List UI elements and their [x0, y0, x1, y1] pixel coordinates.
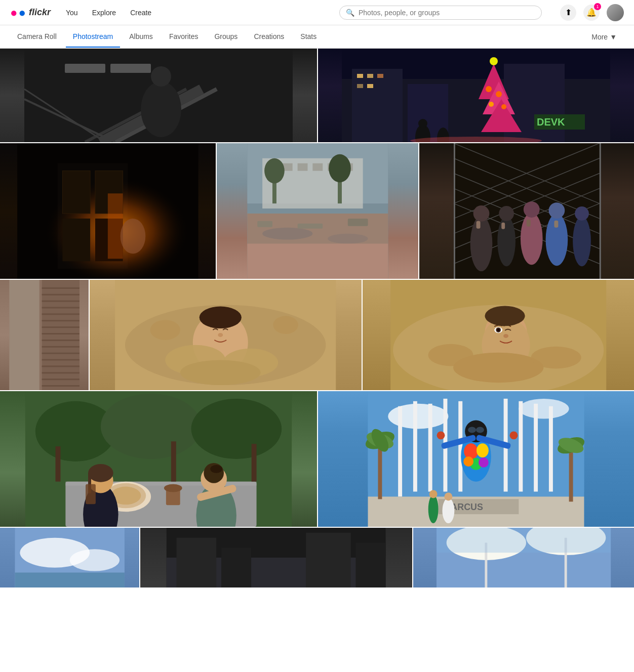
svg-point-133: [531, 347, 581, 369]
subnav-camera-roll[interactable]: Camera Roll: [10, 26, 64, 48]
subnav-groups[interactable]: Groups: [207, 26, 245, 48]
photo-partial-umbrella[interactable]: [412, 528, 634, 587]
search-bar: 🔍: [339, 6, 542, 20]
svg-point-42: [121, 219, 146, 254]
svg-rect-15: [357, 74, 363, 78]
subnav-creations[interactable]: Creations: [247, 26, 291, 48]
upload-button[interactable]: ⬆: [560, 5, 576, 21]
svg-rect-210: [306, 533, 351, 587]
svg-rect-155: [86, 484, 96, 505]
photo-shutters[interactable]: [0, 280, 89, 390]
photo-row-5-partial: [0, 527, 634, 587]
svg-rect-96: [42, 301, 80, 302]
photo-sand-buried-child-1[interactable]: [89, 280, 361, 390]
photo-outdoor-lunch[interactable]: [0, 391, 317, 527]
svg-rect-107: [42, 372, 80, 373]
nav-create[interactable]: Create: [125, 6, 156, 20]
svg-rect-12: [352, 69, 403, 142]
svg-point-145: [164, 484, 182, 492]
photo-partial-sky[interactable]: [0, 528, 139, 587]
svg-point-132: [428, 344, 473, 366]
svg-rect-89: [527, 220, 531, 227]
svg-rect-37: [63, 171, 91, 214]
photo-sculpture-marcus[interactable]: MARCUS: [317, 391, 634, 527]
subnav-stats[interactable]: Stats: [293, 26, 324, 48]
search-icon: 🔍: [346, 9, 354, 17]
photo-row-4: MARCUS: [0, 390, 634, 527]
svg-point-5: [151, 66, 171, 87]
more-label: More: [591, 33, 608, 41]
flickr-logo[interactable]: ●● flickr: [10, 6, 51, 20]
svg-line-1: [100, 89, 202, 142]
svg-point-177: [479, 457, 489, 468]
svg-rect-165: [428, 404, 432, 492]
photo-partial-dark[interactable]: [139, 528, 412, 587]
svg-point-128: [497, 328, 500, 331]
photo-sand-buried-child-2[interactable]: [362, 280, 634, 390]
search-input[interactable]: [359, 9, 535, 17]
svg-line-2: [115, 89, 217, 142]
nav-explore[interactable]: Explore: [87, 6, 121, 20]
svg-rect-87: [477, 221, 481, 229]
subnav-favorites[interactable]: Favorites: [162, 26, 206, 48]
svg-rect-164: [413, 401, 417, 492]
svg-rect-6: [65, 64, 105, 73]
svg-point-190: [429, 490, 438, 498]
svg-point-161: [388, 404, 448, 429]
svg-point-27: [501, 104, 506, 109]
svg-point-115: [218, 333, 223, 337]
svg-point-4: [141, 81, 181, 137]
svg-text:DEVK: DEVK: [537, 116, 565, 128]
subnav-photostream[interactable]: Photostream: [66, 26, 120, 48]
svg-line-3: [85, 89, 186, 142]
photo-dark-candle[interactable]: [0, 143, 216, 279]
svg-rect-208: [177, 538, 217, 587]
svg-point-84: [549, 202, 565, 219]
photo-night-city[interactable]: DEVK: [317, 49, 634, 142]
svg-rect-39: [63, 219, 91, 261]
svg-rect-99: [42, 320, 80, 321]
svg-point-85: [573, 216, 591, 266]
svg-rect-75: [454, 143, 455, 279]
svg-point-179: [468, 427, 476, 433]
photo-row-3: [0, 279, 634, 390]
svg-point-23: [490, 57, 498, 65]
svg-rect-18: [357, 84, 363, 88]
svg-point-189: [428, 495, 439, 523]
svg-point-57: [262, 228, 312, 240]
svg-point-119: [180, 360, 261, 386]
svg-rect-209: [221, 548, 251, 587]
photo-children-fence[interactable]: [418, 143, 634, 279]
svg-rect-169: [519, 401, 523, 492]
photo-bw-train[interactable]: [0, 49, 317, 142]
svg-point-78: [473, 205, 490, 222]
svg-rect-211: [356, 543, 386, 588]
svg-rect-62: [247, 244, 388, 279]
svg-point-77: [470, 216, 493, 271]
svg-point-26: [489, 102, 494, 107]
svg-rect-61: [348, 219, 368, 226]
svg-point-121: [273, 316, 299, 334]
nav-you[interactable]: You: [61, 6, 83, 20]
notifications-button[interactable]: 🔔 1: [583, 5, 600, 21]
svg-rect-98: [42, 313, 80, 315]
svg-point-86: [575, 206, 589, 221]
sub-navigation: Camera Roll Photostream Albums Favorites…: [0, 25, 634, 49]
svg-rect-106: [42, 365, 80, 367]
logo-dot-blue: ●: [19, 6, 26, 20]
photo-grid: DEVK: [0, 49, 634, 587]
svg-rect-90: [554, 221, 559, 228]
svg-rect-60: [297, 224, 323, 229]
subnav-more[interactable]: More ▼: [584, 27, 624, 47]
svg-point-185: [510, 431, 518, 439]
subnav-albums[interactable]: Albums: [122, 26, 160, 48]
svg-point-120: [150, 320, 180, 340]
svg-line-8: [24, 99, 115, 142]
photo-flooded-street[interactable]: [216, 143, 419, 279]
svg-rect-19: [367, 84, 373, 88]
svg-point-29: [418, 119, 427, 128]
user-avatar[interactable]: [607, 4, 624, 21]
svg-point-192: [444, 493, 452, 501]
svg-point-129: [503, 334, 508, 338]
svg-rect-170: [534, 404, 538, 492]
